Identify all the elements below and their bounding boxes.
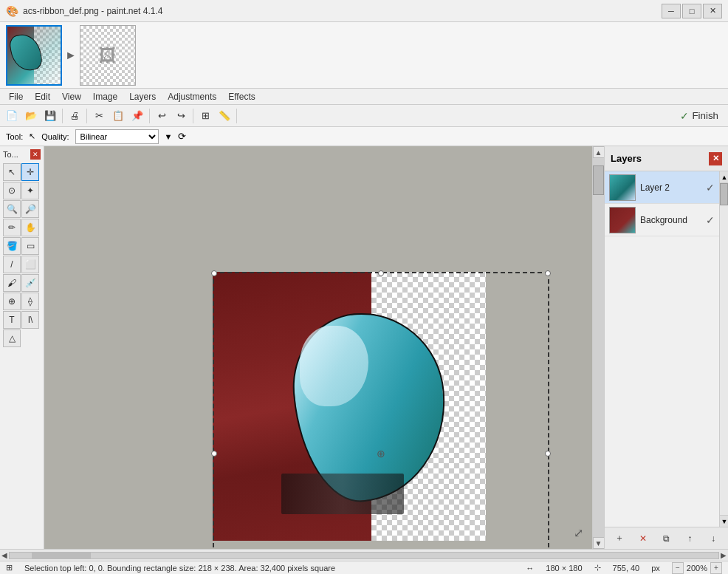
- menu-file[interactable]: File: [3, 90, 29, 103]
- toolbar-print[interactable]: 🖨: [66, 107, 83, 125]
- toolbar-save[interactable]: 💾: [41, 107, 59, 125]
- layers-scroll-down[interactable]: ▼: [720, 515, 728, 527]
- tool-dropper[interactable]: 💉: [21, 274, 39, 292]
- canvas-area[interactable]: ⊕ ⤢: [44, 146, 592, 549]
- tool-clone[interactable]: ⊕: [3, 293, 21, 310]
- zoom-in-btn[interactable]: +: [710, 562, 722, 574]
- toolbar-sep4: [193, 109, 193, 123]
- layer-1-visibility[interactable]: ✓: [706, 214, 715, 226]
- toolbar-copy[interactable]: 📋: [109, 107, 127, 125]
- finish-checkmark: ✓: [680, 110, 689, 122]
- tool-row-10: △: [3, 329, 41, 347]
- tool-eraser[interactable]: ⬜: [21, 256, 39, 273]
- app-icon: 🎨: [6, 5, 18, 17]
- layers-scroll-thumb[interactable]: [720, 183, 728, 205]
- tool-zoom-out[interactable]: 🔎: [21, 200, 39, 218]
- tools-label: To...: [3, 150, 18, 159]
- tool-zoom[interactable]: 🔍: [3, 200, 21, 218]
- scroll-down-arrow[interactable]: ▼: [593, 537, 605, 549]
- quality-select[interactable]: Bilinear Nearest Neighbor Bicubic: [75, 129, 159, 144]
- expand-icon[interactable]: ⤢: [574, 526, 583, 540]
- menu-effects[interactable]: Effects: [222, 90, 261, 103]
- tool-row-3: 🔍 🔎: [3, 200, 41, 218]
- menu-image[interactable]: Image: [87, 90, 123, 103]
- scroll-track-right[interactable]: [593, 158, 604, 537]
- h-scroll-track[interactable]: [9, 552, 719, 559]
- tool-shapes[interactable]: △: [3, 329, 21, 347]
- toolbar-grid[interactable]: ⊞: [196, 107, 214, 125]
- close-button[interactable]: ✕: [703, 4, 722, 18]
- toolbar-paste[interactable]: 📌: [128, 107, 146, 125]
- layers-duplicate-btn[interactable]: ⧉: [658, 530, 674, 547]
- zoom-out-btn[interactable]: −: [672, 562, 684, 574]
- toolbar-sep5: [236, 109, 237, 123]
- layers-header: Layers ✕: [605, 146, 728, 171]
- tool-magic-wand[interactable]: ✦: [21, 182, 39, 199]
- menu-bar: File Edit View Image Layers Adjustments …: [0, 89, 728, 105]
- tool-lasso[interactable]: ⊙: [3, 182, 21, 199]
- toolbar-sep2: [86, 109, 87, 123]
- tool-pan[interactable]: ✋: [21, 219, 39, 236]
- toolbar-new[interactable]: 📄: [3, 107, 21, 125]
- layer-0-thumb: [609, 174, 636, 201]
- tool-icon: ↖: [29, 131, 35, 141]
- layers-up-btn[interactable]: ↑: [681, 530, 698, 547]
- window-controls: ─ □ ✕: [662, 4, 722, 18]
- maximize-button[interactable]: □: [682, 4, 701, 18]
- toolbar-cut[interactable]: ✂: [90, 107, 108, 125]
- scroll-right-btn[interactable]: ▶: [721, 551, 727, 559]
- toolbar-ruler[interactable]: 📏: [216, 107, 233, 125]
- active-thumbnail[interactable]: ✕ ☆: [6, 25, 62, 86]
- tool-row-8: ⊕ ⟠: [3, 293, 41, 310]
- layers-add-btn[interactable]: ＋: [611, 530, 628, 547]
- tool-line[interactable]: /: [3, 256, 21, 273]
- layers-close-button[interactable]: ✕: [709, 152, 722, 165]
- status-size: 180 × 180: [546, 564, 582, 573]
- layer-item-0[interactable]: Layer 2 ✓: [605, 171, 719, 204]
- scroll-up-arrow[interactable]: ▲: [593, 146, 605, 158]
- tool-fill[interactable]: 🪣: [3, 237, 21, 255]
- menu-view[interactable]: View: [56, 90, 87, 103]
- layer-1-thumb: [609, 207, 636, 233]
- tools-panel-close[interactable]: ✕: [30, 149, 41, 160]
- finish-button[interactable]: ✓ Finish: [673, 108, 725, 124]
- thumbnail-forward-arrow[interactable]: ►: [65, 49, 77, 62]
- layer-item-1[interactable]: Background ✓: [605, 204, 719, 236]
- tool-brush[interactable]: 🖌: [3, 274, 21, 292]
- menu-edit[interactable]: Edit: [29, 90, 56, 103]
- layer-1-thumb-img: [610, 208, 635, 233]
- scroll-thumb-right[interactable]: [593, 165, 604, 195]
- canvas-scrollbar-right: ▲ ▼: [592, 146, 604, 549]
- menu-adjustments[interactable]: Adjustments: [162, 90, 222, 103]
- layers-scroll-up[interactable]: ▲: [720, 171, 728, 183]
- minimize-button[interactable]: ─: [662, 4, 681, 18]
- rotate-icon: ⟳: [178, 131, 186, 142]
- tool-row-6: / ⬜: [3, 256, 41, 273]
- layer-0-name: Layer 2: [640, 182, 701, 193]
- scroll-left-btn[interactable]: ◀: [1, 551, 7, 559]
- tool-row-7: 🖌 💉: [3, 274, 41, 292]
- menu-layers[interactable]: Layers: [123, 90, 162, 103]
- toolbar-open[interactable]: 📂: [22, 107, 40, 125]
- tool-rectangle[interactable]: ▭: [21, 237, 39, 255]
- tool-options-bar: Tool: ↖ Quality: Bilinear Nearest Neighb…: [0, 127, 728, 146]
- layers-down-btn[interactable]: ↓: [705, 530, 721, 547]
- secondary-thumbnail[interactable]: 🖼: [80, 25, 136, 86]
- thumbnail-strip: ✕ ☆ ► 🖼: [0, 22, 728, 89]
- thumbnail-image: [7, 27, 61, 84]
- zoom-controls: − 200% +: [672, 562, 722, 574]
- tool-move[interactable]: ✛: [21, 163, 39, 181]
- tool-text-alt[interactable]: I\: [21, 311, 39, 329]
- h-scroll-thumb[interactable]: [32, 553, 91, 558]
- tool-path[interactable]: ⟠: [21, 293, 39, 310]
- tools-panel: To... ✕ ↖ ✛ ⊙ ✦ 🔍 🔎 ✏ ✋ 🪣 ▭ /: [0, 146, 44, 549]
- tool-arrow[interactable]: ↖: [3, 163, 21, 181]
- toolbar-undo[interactable]: ↩: [153, 107, 171, 125]
- toolbar-redo[interactable]: ↪: [172, 107, 190, 125]
- toolbar-sep3: [149, 109, 150, 123]
- tool-text[interactable]: T: [3, 311, 21, 329]
- layers-delete-btn[interactable]: ✕: [635, 530, 651, 547]
- layers-toolbar: ＋ ✕ ⧉ ↑ ↓: [605, 527, 728, 549]
- tool-pencil[interactable]: ✏: [3, 219, 21, 236]
- layer-0-visibility[interactable]: ✓: [706, 182, 715, 194]
